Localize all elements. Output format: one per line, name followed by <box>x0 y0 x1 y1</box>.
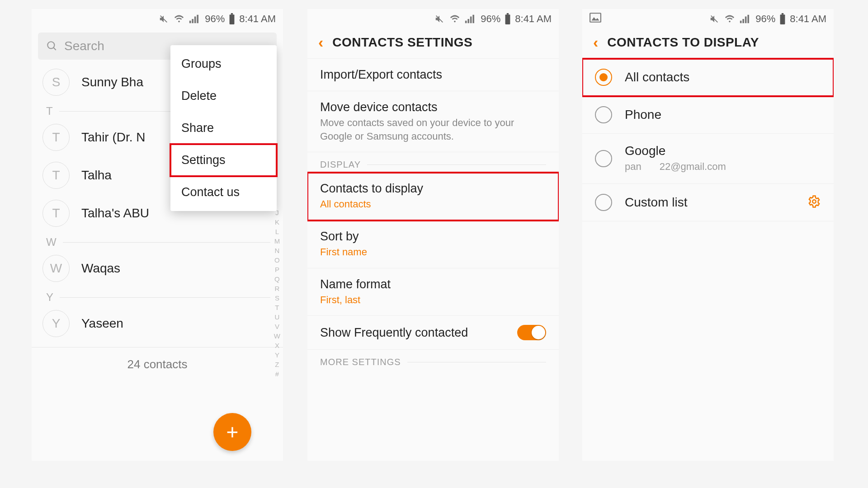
index-letter[interactable]: O <box>274 255 280 265</box>
settings-list: Import/Export contactsMove device contac… <box>307 59 559 370</box>
svg-rect-11 <box>780 14 785 24</box>
alphabet-index[interactable]: JKLMNOPQRSTUVWXYZ# <box>274 208 280 379</box>
contact-name: Waqas <box>81 261 120 276</box>
menu-item-share[interactable]: Share <box>170 112 277 144</box>
contact-name: Talha <box>81 168 112 183</box>
index-letter[interactable]: L <box>274 227 280 236</box>
back-icon[interactable]: ‹ <box>593 33 598 51</box>
menu-item-groups[interactable]: Groups <box>170 48 277 80</box>
clock-time: 8:41 AM <box>790 13 826 25</box>
radio-row[interactable]: Phone <box>582 96 834 134</box>
settings-row[interactable]: Import/Export contacts <box>307 59 559 91</box>
index-letter[interactable]: P <box>274 265 280 274</box>
settings-sub: Move contacts saved on your device to yo… <box>320 116 546 143</box>
index-letter[interactable]: T <box>274 303 280 312</box>
radio-sub: pan22@gmail.com <box>625 160 821 174</box>
settings-title: Move device contacts <box>320 100 546 114</box>
index-letter[interactable]: Y <box>274 350 280 360</box>
back-icon[interactable]: ‹ <box>318 33 323 51</box>
page-title: CONTACTS SETTINGS <box>332 35 472 50</box>
settings-row[interactable]: Contacts to displayAll contacts <box>307 173 559 221</box>
radio-label: Custom list <box>625 195 795 210</box>
index-letter[interactable]: Z <box>274 360 280 369</box>
radio-button[interactable] <box>595 150 612 167</box>
header: ‹ CONTACTS SETTINGS <box>307 29 559 59</box>
section-header: W <box>32 232 283 249</box>
contact-name: Tahir (Dr. N <box>81 130 146 145</box>
add-contact-fab[interactable]: + <box>213 413 251 451</box>
menu-item-settings[interactable]: Settings <box>170 144 277 176</box>
index-letter[interactable]: W <box>274 331 280 341</box>
menu-item-delete[interactable]: Delete <box>170 80 277 112</box>
avatar: T <box>42 200 70 227</box>
battery-percent: 96% <box>205 13 225 25</box>
settings-row[interactable]: Name formatFirst, last <box>307 268 559 316</box>
contact-name: Yaseen <box>81 316 123 331</box>
radio-texts: All contacts <box>625 70 821 84</box>
radio-row[interactable]: Googlepan22@gmail.com <box>582 134 834 184</box>
radio-label: Google <box>625 144 821 158</box>
svg-rect-2 <box>231 13 233 14</box>
radio-list: All contactsPhoneGooglepan22@gmail.comCu… <box>582 59 834 221</box>
clock-time: 8:41 AM <box>239 13 276 25</box>
overflow-menu: GroupsDeleteShareSettingsContact us <box>170 45 277 211</box>
signal-icon <box>464 14 474 24</box>
svg-point-13 <box>812 200 816 203</box>
phone-contacts-to-display: 96% 8:41 AM ‹ CONTACTS TO DISPLAY All co… <box>582 9 834 461</box>
settings-row[interactable]: Move device contactsMove contacts saved … <box>307 91 559 152</box>
battery-percent: 96% <box>481 13 500 25</box>
radio-button[interactable] <box>595 106 612 123</box>
page-title: CONTACTS TO DISPLAY <box>607 35 759 50</box>
settings-row-frequent[interactable]: Show Frequently contacted <box>307 316 559 350</box>
index-letter[interactable]: # <box>274 369 280 379</box>
section-header: Y <box>32 287 283 305</box>
index-letter[interactable]: R <box>274 284 280 293</box>
avatar: Y <box>42 310 70 337</box>
radio-row[interactable]: Custom list <box>582 184 834 221</box>
svg-rect-1 <box>230 14 235 24</box>
gear-icon[interactable] <box>807 195 821 210</box>
radio-button[interactable] <box>595 194 612 211</box>
radio-label: Phone <box>625 108 821 122</box>
svg-point-3 <box>47 42 54 48</box>
radio-texts: Custom list <box>625 195 795 210</box>
phone-contacts-settings: 96% 8:41 AM ‹ CONTACTS SETTINGS Import/E… <box>307 9 559 461</box>
index-letter[interactable]: M <box>274 236 280 246</box>
wifi-icon <box>724 14 736 24</box>
index-letter[interactable]: S <box>274 293 280 303</box>
contact-row[interactable]: WWaqas <box>32 249 283 287</box>
index-letter[interactable]: X <box>274 341 280 350</box>
index-letter[interactable]: U <box>274 312 280 322</box>
settings-row[interactable]: Sort byFirst name <box>307 221 559 268</box>
contact-row[interactable]: YYaseen <box>32 305 283 343</box>
section-label-display: DISPLAY <box>307 152 559 173</box>
search-placeholder: Search <box>64 39 104 53</box>
settings-title: Sort by <box>320 230 546 244</box>
svg-rect-6 <box>505 14 510 24</box>
battery-icon <box>228 13 236 25</box>
toggle-switch[interactable] <box>517 325 546 340</box>
radio-button[interactable] <box>595 69 612 86</box>
radio-row[interactable]: All contacts <box>582 59 834 96</box>
settings-title: Name format <box>320 277 546 291</box>
mute-icon <box>434 14 445 24</box>
plus-icon: + <box>226 420 239 444</box>
index-letter[interactable]: Q <box>274 274 280 284</box>
contact-name: Talha's ABU <box>81 206 149 221</box>
avatar: T <box>42 162 70 189</box>
status-bar: 96% 8:41 AM <box>307 9 559 29</box>
radio-texts: Googlepan22@gmail.com <box>625 144 821 174</box>
gallery-icon <box>590 13 601 23</box>
search-icon <box>46 40 58 52</box>
signal-icon <box>189 14 198 24</box>
svg-rect-8 <box>590 13 601 22</box>
index-letter[interactable]: K <box>274 217 280 227</box>
mute-icon <box>158 14 170 24</box>
battery-percent: 96% <box>755 13 775 25</box>
menu-item-contact-us[interactable]: Contact us <box>170 176 277 208</box>
index-letter[interactable]: V <box>274 322 280 331</box>
svg-marker-9 <box>591 17 599 21</box>
avatar: W <box>42 255 70 282</box>
section-label-more: MORE SETTINGS <box>307 350 559 370</box>
index-letter[interactable]: N <box>274 246 280 255</box>
